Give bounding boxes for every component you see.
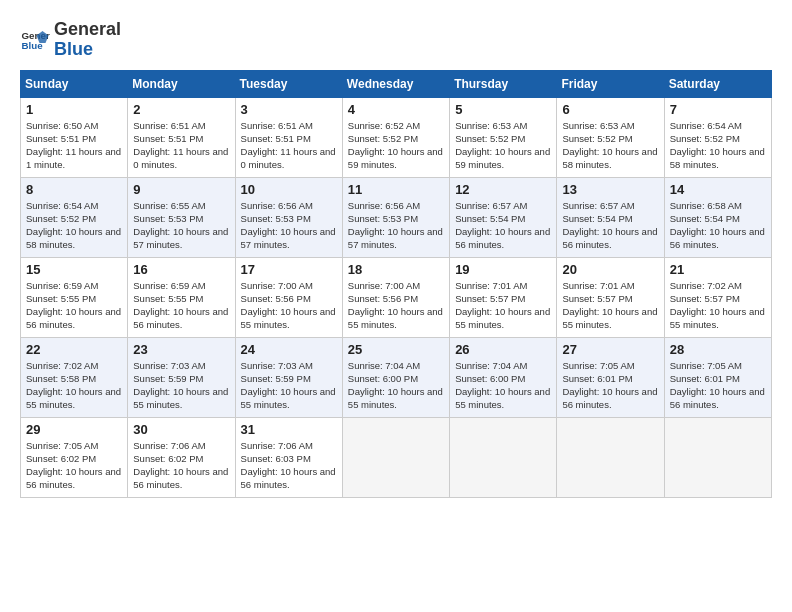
calendar-day-cell: 9Sunrise: 6:55 AMSunset: 5:53 PMDaylight… [128,177,235,257]
day-number: 28 [670,342,766,357]
day-info: Sunrise: 6:50 AMSunset: 5:51 PMDaylight:… [26,119,122,172]
day-number: 25 [348,342,444,357]
day-number: 27 [562,342,658,357]
day-info: Sunrise: 6:57 AMSunset: 5:54 PMDaylight:… [562,199,658,252]
day-number: 15 [26,262,122,277]
calendar-day-cell: 19Sunrise: 7:01 AMSunset: 5:57 PMDayligh… [450,257,557,337]
day-info: Sunrise: 6:54 AMSunset: 5:52 PMDaylight:… [26,199,122,252]
calendar-day-cell: 5Sunrise: 6:53 AMSunset: 5:52 PMDaylight… [450,97,557,177]
calendar-day-cell: 16Sunrise: 6:59 AMSunset: 5:55 PMDayligh… [128,257,235,337]
day-info: Sunrise: 7:04 AMSunset: 6:00 PMDaylight:… [348,359,444,412]
day-number: 6 [562,102,658,117]
day-number: 20 [562,262,658,277]
day-number: 13 [562,182,658,197]
day-info: Sunrise: 6:51 AMSunset: 5:51 PMDaylight:… [241,119,337,172]
calendar-day-cell: 4Sunrise: 6:52 AMSunset: 5:52 PMDaylight… [342,97,449,177]
day-info: Sunrise: 7:05 AMSunset: 6:01 PMDaylight:… [670,359,766,412]
day-number: 12 [455,182,551,197]
calendar-day-cell: 11Sunrise: 6:56 AMSunset: 5:53 PMDayligh… [342,177,449,257]
calendar-day-cell: 18Sunrise: 7:00 AMSunset: 5:56 PMDayligh… [342,257,449,337]
page-header: General Blue General Blue [20,20,772,60]
day-info: Sunrise: 7:03 AMSunset: 5:59 PMDaylight:… [133,359,229,412]
calendar-day-cell: 27Sunrise: 7:05 AMSunset: 6:01 PMDayligh… [557,337,664,417]
calendar-day-cell: 14Sunrise: 6:58 AMSunset: 5:54 PMDayligh… [664,177,771,257]
day-info: Sunrise: 6:52 AMSunset: 5:52 PMDaylight:… [348,119,444,172]
day-info: Sunrise: 6:59 AMSunset: 5:55 PMDaylight:… [26,279,122,332]
calendar-week-row: 22Sunrise: 7:02 AMSunset: 5:58 PMDayligh… [21,337,772,417]
day-info: Sunrise: 7:01 AMSunset: 5:57 PMDaylight:… [562,279,658,332]
day-number: 9 [133,182,229,197]
header-thursday: Thursday [450,70,557,97]
day-number: 17 [241,262,337,277]
calendar-day-cell: 8Sunrise: 6:54 AMSunset: 5:52 PMDaylight… [21,177,128,257]
day-number: 14 [670,182,766,197]
day-number: 8 [26,182,122,197]
calendar-header-row: Sunday Monday Tuesday Wednesday Thursday… [21,70,772,97]
calendar-day-cell: 10Sunrise: 6:56 AMSunset: 5:53 PMDayligh… [235,177,342,257]
calendar-day-cell: 13Sunrise: 6:57 AMSunset: 5:54 PMDayligh… [557,177,664,257]
day-number: 26 [455,342,551,357]
day-info: Sunrise: 7:00 AMSunset: 5:56 PMDaylight:… [241,279,337,332]
day-info: Sunrise: 7:06 AMSunset: 6:02 PMDaylight:… [133,439,229,492]
day-number: 21 [670,262,766,277]
calendar-day-cell: 3Sunrise: 6:51 AMSunset: 5:51 PMDaylight… [235,97,342,177]
day-number: 29 [26,422,122,437]
header-wednesday: Wednesday [342,70,449,97]
calendar-day-cell: 31Sunrise: 7:06 AMSunset: 6:03 PMDayligh… [235,417,342,497]
header-saturday: Saturday [664,70,771,97]
day-info: Sunrise: 7:02 AMSunset: 5:57 PMDaylight:… [670,279,766,332]
day-info: Sunrise: 7:06 AMSunset: 6:03 PMDaylight:… [241,439,337,492]
calendar-day-cell: 7Sunrise: 6:54 AMSunset: 5:52 PMDaylight… [664,97,771,177]
calendar-week-row: 8Sunrise: 6:54 AMSunset: 5:52 PMDaylight… [21,177,772,257]
calendar-day-cell: 24Sunrise: 7:03 AMSunset: 5:59 PMDayligh… [235,337,342,417]
day-number: 24 [241,342,337,357]
day-number: 10 [241,182,337,197]
logo-text: General Blue [54,20,121,60]
calendar-day-cell: 6Sunrise: 6:53 AMSunset: 5:52 PMDaylight… [557,97,664,177]
day-info: Sunrise: 7:05 AMSunset: 6:02 PMDaylight:… [26,439,122,492]
header-friday: Friday [557,70,664,97]
day-info: Sunrise: 7:04 AMSunset: 6:00 PMDaylight:… [455,359,551,412]
day-number: 7 [670,102,766,117]
day-number: 3 [241,102,337,117]
calendar-day-cell [342,417,449,497]
day-number: 5 [455,102,551,117]
calendar-day-cell: 1Sunrise: 6:50 AMSunset: 5:51 PMDaylight… [21,97,128,177]
calendar-week-row: 29Sunrise: 7:05 AMSunset: 6:02 PMDayligh… [21,417,772,497]
day-info: Sunrise: 7:00 AMSunset: 5:56 PMDaylight:… [348,279,444,332]
day-info: Sunrise: 7:01 AMSunset: 5:57 PMDaylight:… [455,279,551,332]
day-info: Sunrise: 6:55 AMSunset: 5:53 PMDaylight:… [133,199,229,252]
calendar-table: Sunday Monday Tuesday Wednesday Thursday… [20,70,772,498]
calendar-day-cell: 29Sunrise: 7:05 AMSunset: 6:02 PMDayligh… [21,417,128,497]
day-number: 31 [241,422,337,437]
calendar-day-cell: 12Sunrise: 6:57 AMSunset: 5:54 PMDayligh… [450,177,557,257]
logo-icon: General Blue [20,25,50,55]
calendar-day-cell: 25Sunrise: 7:04 AMSunset: 6:00 PMDayligh… [342,337,449,417]
calendar-day-cell: 23Sunrise: 7:03 AMSunset: 5:59 PMDayligh… [128,337,235,417]
calendar-week-row: 1Sunrise: 6:50 AMSunset: 5:51 PMDaylight… [21,97,772,177]
day-number: 18 [348,262,444,277]
day-info: Sunrise: 6:59 AMSunset: 5:55 PMDaylight:… [133,279,229,332]
day-number: 16 [133,262,229,277]
calendar-day-cell: 17Sunrise: 7:00 AMSunset: 5:56 PMDayligh… [235,257,342,337]
day-info: Sunrise: 7:05 AMSunset: 6:01 PMDaylight:… [562,359,658,412]
calendar-day-cell: 28Sunrise: 7:05 AMSunset: 6:01 PMDayligh… [664,337,771,417]
calendar-day-cell: 20Sunrise: 7:01 AMSunset: 5:57 PMDayligh… [557,257,664,337]
header-tuesday: Tuesday [235,70,342,97]
day-number: 1 [26,102,122,117]
day-info: Sunrise: 7:03 AMSunset: 5:59 PMDaylight:… [241,359,337,412]
calendar-day-cell: 2Sunrise: 6:51 AMSunset: 5:51 PMDaylight… [128,97,235,177]
calendar-week-row: 15Sunrise: 6:59 AMSunset: 5:55 PMDayligh… [21,257,772,337]
calendar-day-cell: 15Sunrise: 6:59 AMSunset: 5:55 PMDayligh… [21,257,128,337]
day-number: 23 [133,342,229,357]
calendar-day-cell [450,417,557,497]
day-info: Sunrise: 6:56 AMSunset: 5:53 PMDaylight:… [241,199,337,252]
day-info: Sunrise: 6:58 AMSunset: 5:54 PMDaylight:… [670,199,766,252]
day-number: 4 [348,102,444,117]
day-info: Sunrise: 6:53 AMSunset: 5:52 PMDaylight:… [455,119,551,172]
day-number: 30 [133,422,229,437]
calendar-day-cell: 26Sunrise: 7:04 AMSunset: 6:00 PMDayligh… [450,337,557,417]
calendar-day-cell [557,417,664,497]
calendar-day-cell [664,417,771,497]
day-info: Sunrise: 6:51 AMSunset: 5:51 PMDaylight:… [133,119,229,172]
